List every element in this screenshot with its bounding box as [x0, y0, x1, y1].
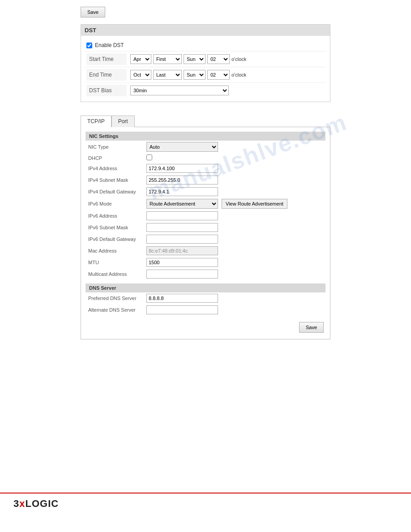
- ipv6-gateway-row: IPv6 Default Gateway: [86, 233, 325, 245]
- tabs: TCP/IP Port: [81, 116, 330, 127]
- ipv6-address-cell: [144, 210, 325, 222]
- ipv6-mode-row: IPv6 Mode Route Advertisement ManualDHCP…: [86, 197, 325, 210]
- mtu-label: MTU: [86, 257, 144, 268]
- alternate-dns-input[interactable]: [146, 305, 218, 314]
- end-time-controls: JanFebMarApr MayJunJulAug SepOctNovDec F…: [127, 70, 246, 80]
- alternate-dns-cell: [144, 304, 325, 316]
- alternate-dns-row: Alternate DNS Server: [86, 304, 325, 316]
- start-oclock-label: o'clock: [231, 56, 246, 62]
- view-route-btn[interactable]: View Route Advertisement: [222, 199, 287, 209]
- dst-section-body: Enable DST Start Time JanFebMarApr MayJu…: [81, 36, 330, 102]
- dhcp-checkbox[interactable]: [146, 154, 152, 160]
- logo-x: x: [19, 498, 25, 509]
- preferred-dns-row: Preferred DNS Server: [86, 292, 325, 304]
- start-month-select[interactable]: JanFebMarApr MayJunJulAug SepOctNovDec: [130, 54, 151, 64]
- top-save-area: Save: [0, 0, 411, 24]
- logo: 3xLOGIC: [13, 498, 398, 510]
- nic-settings-header: NIC Settings: [86, 132, 325, 141]
- ipv6-mode-label: IPv6 Mode: [86, 197, 144, 210]
- ipv4-address-cell: [144, 163, 325, 174]
- mtu-row: MTU: [86, 257, 325, 268]
- bottom-save-button[interactable]: Save: [299, 322, 324, 333]
- alternate-dns-label: Alternate DNS Server: [86, 304, 144, 316]
- ipv4-address-row: IPv4 Address: [86, 163, 325, 174]
- ipv6-mode-select[interactable]: Route Advertisement ManualDHCP: [146, 199, 218, 209]
- dhcp-row: DHCP: [86, 153, 325, 163]
- ipv4-subnet-input[interactable]: [146, 176, 218, 184]
- end-month-select[interactable]: JanFebMarApr MayJunJulAug SepOctNovDec: [130, 70, 151, 80]
- dhcp-cell: [144, 153, 325, 163]
- dst-bias-controls: 30min 60min: [127, 86, 229, 95]
- mac-address-row: Mac Address: [86, 245, 325, 257]
- dns-section: DNS Server Preferred DNS Server Alternat…: [86, 283, 325, 316]
- nic-type-label: NIC Type: [86, 141, 144, 153]
- ipv6-subnet-label: IPv6 Subnet Mask: [86, 222, 144, 233]
- start-day-select[interactable]: SunMonTueWed ThuFriSat: [184, 54, 206, 64]
- mtu-input[interactable]: [146, 258, 218, 267]
- ipv6-mode-cell: Route Advertisement ManualDHCP View Rout…: [144, 197, 325, 210]
- multicast-row: Multicast Address: [86, 268, 325, 280]
- end-oclock-label: o'clock: [231, 72, 246, 77]
- ipv4-subnet-row: IPv4 Subnet Mask: [86, 174, 325, 186]
- enable-dst-row: Enable DST: [85, 39, 326, 51]
- end-day-select[interactable]: SunMonTueWed ThuFriSat: [184, 70, 206, 80]
- nic-type-select[interactable]: Auto 10M Half-dup10M Full-dup 100M Half-…: [146, 142, 218, 152]
- dst-bias-select[interactable]: 30min 60min: [130, 86, 229, 95]
- nic-type-cell: Auto 10M Half-dup10M Full-dup 100M Half-…: [144, 141, 325, 153]
- ipv4-gateway-input[interactable]: [146, 187, 218, 196]
- start-time-label: Start Time: [86, 53, 127, 65]
- dns-section-header: DNS Server: [86, 283, 325, 292]
- ipv4-address-label: IPv4 Address: [86, 163, 144, 174]
- tab-tcpip[interactable]: TCP/IP: [81, 116, 111, 127]
- nic-settings-table: NIC Type Auto 10M Half-dup10M Full-dup 1…: [86, 141, 325, 280]
- ipv6-subnet-input[interactable]: [146, 223, 218, 232]
- logo-logic: LOGIC: [26, 498, 59, 509]
- ipv4-subnet-cell: [144, 174, 325, 186]
- multicast-input[interactable]: [146, 270, 218, 279]
- multicast-label: Multicast Address: [86, 268, 144, 280]
- mac-address-label: Mac Address: [86, 245, 144, 257]
- dns-table: Preferred DNS Server Alternate DNS Serve…: [86, 292, 325, 316]
- tab-content: NIC Settings NIC Type Auto 10M Half-dup1…: [81, 127, 330, 339]
- dhcp-label: DHCP: [86, 153, 144, 163]
- nic-type-row: NIC Type Auto 10M Half-dup10M Full-dup 1…: [86, 141, 325, 153]
- ipv6-gateway-cell: [144, 233, 325, 245]
- logo-3: 3: [13, 498, 19, 509]
- ipv4-subnet-label: IPv4 Subnet Mask: [86, 174, 144, 186]
- enable-dst-label: Enable DST: [95, 42, 124, 48]
- start-time-row: Start Time JanFebMarApr MayJunJulAug Sep…: [85, 51, 326, 67]
- ipv4-gateway-row: IPv4 Default Gateway: [86, 186, 325, 197]
- footer: 3xLOGIC: [0, 493, 411, 514]
- preferred-dns-cell: [144, 292, 325, 304]
- multicast-cell: [144, 268, 325, 280]
- mtu-cell: [144, 257, 325, 268]
- mac-address-cell: [144, 245, 325, 257]
- dst-bias-label: DST Bias: [86, 85, 127, 96]
- mac-address-input: [146, 246, 218, 255]
- ipv6-gateway-input[interactable]: [146, 235, 218, 244]
- top-save-button[interactable]: Save: [81, 7, 105, 17]
- ipv4-gateway-label: IPv4 Default Gateway: [86, 186, 144, 197]
- start-time-controls: JanFebMarApr MayJunJulAug SepOctNovDec F…: [127, 54, 246, 64]
- enable-dst-checkbox[interactable]: [86, 43, 92, 48]
- ipv6-gateway-label: IPv6 Default Gateway: [86, 233, 144, 245]
- tab-port[interactable]: Port: [111, 116, 135, 127]
- tcpip-section: TCP/IP Port NIC Settings NIC Type Auto 1…: [81, 116, 330, 339]
- dst-bias-row: DST Bias 30min 60min: [85, 82, 326, 98]
- ipv4-address-input[interactable]: [146, 164, 218, 173]
- start-week-select[interactable]: FirstSecondThirdFourthLast: [153, 54, 182, 64]
- ipv6-address-label: IPv6 Address: [86, 210, 144, 222]
- ipv6-address-input[interactable]: [146, 211, 218, 220]
- dst-section: DST Enable DST Start Time JanFebMarApr M…: [81, 24, 330, 102]
- end-week-select[interactable]: FirstSecondThirdFourthLast: [153, 70, 182, 80]
- ipv6-address-row: IPv6 Address: [86, 210, 325, 222]
- start-hour-select[interactable]: 00010203 04050607: [207, 54, 230, 64]
- preferred-dns-input[interactable]: [146, 294, 218, 303]
- end-time-label: End Time: [86, 69, 127, 81]
- end-hour-select[interactable]: 00010203 04050607: [207, 70, 230, 80]
- ipv4-gateway-cell: [144, 186, 325, 197]
- ipv6-subnet-cell: [144, 222, 325, 233]
- bottom-save-area: Save: [86, 318, 325, 335]
- ipv6-subnet-row: IPv6 Subnet Mask: [86, 222, 325, 233]
- dst-section-header: DST: [81, 25, 330, 36]
